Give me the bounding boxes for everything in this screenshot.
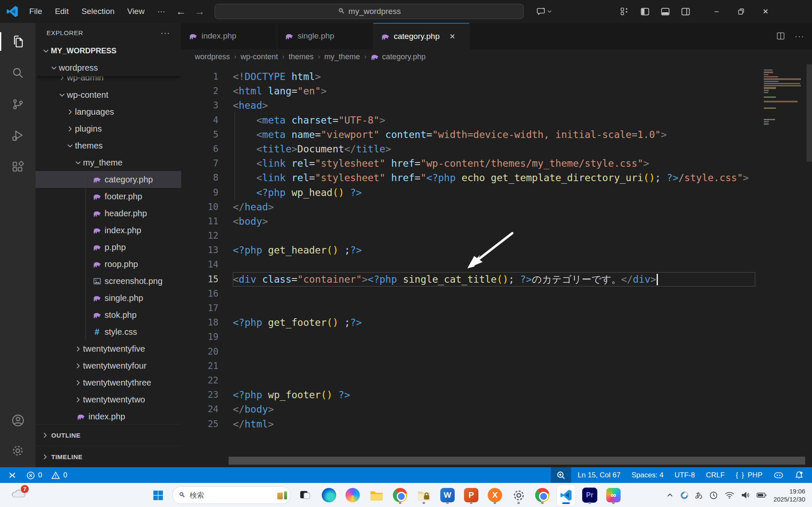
clock-app-icon[interactable]	[709, 491, 718, 500]
copilot-status[interactable]	[769, 467, 788, 483]
breadcrumb-item-wp-content[interactable]: wp-content	[240, 52, 278, 61]
taskbar-settings-icon[interactable]	[509, 485, 528, 505]
tree-item-my-theme[interactable]: my_theme	[36, 154, 181, 171]
code-line-24[interactable]: </body>	[233, 402, 755, 416]
code-line-1[interactable]: <!DOCTYPE html>	[233, 69, 755, 84]
toggle-panel-icon[interactable]	[657, 4, 674, 19]
tab-index-php[interactable]: index.php	[181, 23, 277, 49]
code-line-4[interactable]: <meta charset="UTF-8">	[233, 113, 755, 127]
line-number[interactable]: 20	[181, 344, 218, 359]
account-icon[interactable]	[0, 406, 36, 434]
taskbar-clock[interactable]: 19:062025/12/30	[773, 487, 805, 503]
taskbar-search[interactable]: 🔍︎検索	[172, 486, 291, 504]
tab-category-php[interactable]: category.php✕	[373, 23, 470, 49]
tree-item-twentytwentythree[interactable]: twentytwentythree	[36, 374, 181, 391]
line-number[interactable]: 24	[181, 402, 218, 416]
taskbar-start-icon[interactable]	[149, 485, 167, 505]
source-control-icon[interactable]	[0, 91, 36, 117]
breadcrumb-item-category-php[interactable]: category.php	[370, 52, 425, 61]
breadcrumb-item-themes[interactable]: themes	[289, 52, 314, 61]
horizontal-scrollbar[interactable]	[229, 457, 805, 465]
code-line-23[interactable]: <?php wp_footer() ?>	[233, 388, 755, 402]
extensions-icon[interactable]	[0, 154, 36, 179]
search-icon[interactable]	[0, 60, 36, 85]
line-number[interactable]: 17	[181, 301, 218, 315]
tree-item-wp-admin[interactable]: wp-admin	[36, 76, 181, 86]
line-number[interactable]: 1	[181, 69, 218, 84]
line-number[interactable]: 9	[181, 185, 218, 200]
code-line-21[interactable]	[233, 359, 755, 373]
code-line-17[interactable]	[233, 301, 755, 315]
code-line-9[interactable]: <?php wp_head() ?>	[233, 185, 755, 200]
copilot-chat-icon[interactable]	[536, 4, 552, 19]
status-crlf[interactable]: CRLF	[702, 467, 729, 483]
code-line-7[interactable]: <link rel="stylesheet" href="wp-content/…	[233, 156, 755, 171]
tree-item-p-php[interactable]: p.php	[36, 239, 181, 256]
code-line-16[interactable]	[233, 287, 755, 301]
line-number[interactable]: 2	[181, 84, 218, 98]
taskbar-powerpoint-icon[interactable]: P	[462, 485, 481, 505]
tree-item-twentytwentyfour[interactable]: twentytwentyfour	[36, 357, 181, 374]
line-number[interactable]: 21	[181, 359, 218, 373]
tree-item-header-php[interactable]: header.php	[36, 205, 181, 222]
menu-selection[interactable]: Selection	[75, 4, 121, 19]
menu-more-icon[interactable]: ···	[151, 4, 171, 19]
line-number[interactable]: 19	[181, 330, 218, 344]
minimap[interactable]	[762, 67, 804, 450]
settings-icon[interactable]	[0, 437, 36, 465]
tree-item-index-php[interactable]: index.php	[36, 222, 181, 239]
sidebar-more-actions-icon[interactable]: ···	[160, 28, 170, 38]
taskbar-file-explorer-icon[interactable]	[367, 485, 386, 505]
editor-more-actions-icon[interactable]: ···	[795, 31, 804, 41]
back-arrow-icon[interactable]: ←	[171, 5, 190, 18]
minimize-button[interactable]: –	[704, 0, 729, 23]
tree-item-wp-content[interactable]: wp-content	[36, 86, 181, 103]
close-tab-icon[interactable]: ✕	[449, 32, 455, 41]
tree-item-index-php[interactable]: index.php	[36, 408, 181, 425]
tree-item-roop-php[interactable]: roop.php	[36, 256, 181, 273]
code-line-14[interactable]	[233, 257, 755, 272]
code-line-22[interactable]	[233, 373, 755, 388]
code-line-20[interactable]	[233, 344, 755, 359]
section-outline[interactable]: OUTLINE	[36, 424, 181, 446]
tray-expand-icon[interactable]	[666, 492, 674, 499]
restore-button[interactable]	[729, 0, 753, 23]
line-number[interactable]: 8	[181, 171, 218, 185]
code-editor[interactable]: 1234567891011121314151617181920212223242…	[181, 64, 812, 467]
wifi-icon[interactable]	[724, 491, 735, 499]
taskbar-chrome-icon[interactable]	[391, 485, 409, 505]
code-line-15[interactable]: <div class="container"><?php single_cat_…	[233, 272, 755, 287]
line-number[interactable]: 5	[181, 127, 218, 142]
code-line-6[interactable]: <title>Document</title>	[233, 142, 755, 156]
status-spaces-4[interactable]: Spaces: 4	[627, 467, 668, 483]
line-number[interactable]: 15	[181, 272, 218, 287]
code-line-10[interactable]: </head>	[233, 200, 755, 214]
code-line-8[interactable]: <link rel="stylesheet" href="<?php echo …	[233, 171, 755, 185]
split-editor-icon[interactable]	[776, 31, 785, 41]
taskbar-word-icon[interactable]: W	[438, 485, 457, 505]
line-number[interactable]: 16	[181, 287, 218, 301]
forward-arrow-icon[interactable]: →	[190, 5, 209, 18]
line-number[interactable]: 13	[181, 243, 218, 257]
line-number[interactable]: 3	[181, 98, 218, 113]
breadcrumb-item-my-theme[interactable]: my_theme	[324, 52, 360, 61]
line-number[interactable]: 25	[181, 417, 218, 431]
tree-item-twentytwentyfive[interactable]: twentytwentyfive	[36, 340, 181, 357]
code-line-2[interactable]: <html lang="en">	[233, 84, 755, 98]
status-ln-15-col-67[interactable]: Ln 15, Col 67	[574, 467, 625, 483]
menu-file[interactable]: File	[23, 4, 49, 19]
line-number[interactable]: 4	[181, 113, 218, 127]
explorer-icon[interactable]	[0, 29, 36, 54]
tree-item-wordpress[interactable]: wordpress	[36, 59, 181, 76]
code-line-12[interactable]	[233, 229, 755, 243]
taskbar-chrome-2-icon[interactable]	[533, 485, 552, 505]
breadcrumb-item-wordpress[interactable]: wordpress	[195, 52, 230, 61]
line-number[interactable]: 14	[181, 257, 218, 272]
line-number[interactable]: 11	[181, 214, 218, 229]
taskbar-vscode-icon[interactable]	[557, 485, 575, 505]
line-number[interactable]: 12	[181, 229, 218, 243]
tree-item-themes[interactable]: themes	[36, 137, 181, 154]
taskbar-xampp-icon[interactable]: X	[486, 485, 504, 505]
toggle-secondary-sidebar-icon[interactable]	[677, 4, 694, 19]
code-line-18[interactable]: <?php get_footer() ;?>	[233, 315, 755, 330]
